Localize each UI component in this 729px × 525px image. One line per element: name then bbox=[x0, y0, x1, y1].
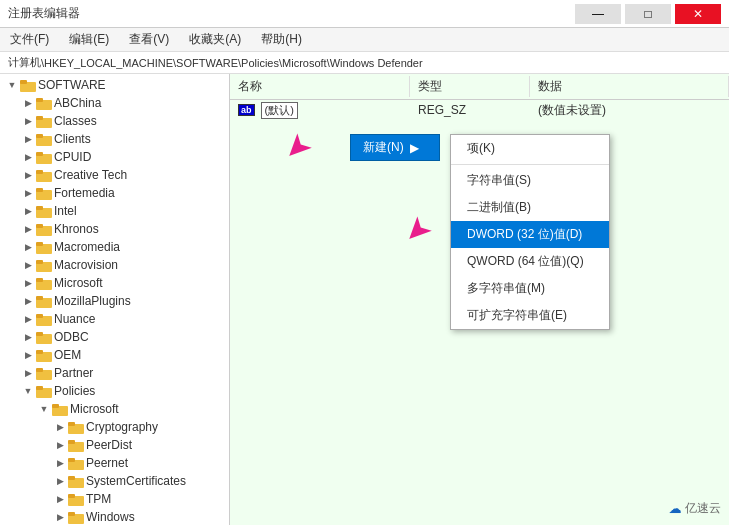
expand-icon[interactable]: ▶ bbox=[20, 131, 36, 147]
expand-icon[interactable]: ▶ bbox=[20, 293, 36, 309]
default-entry: ab (默认) bbox=[238, 102, 402, 119]
tree-item-macrovision[interactable]: ▶ Macrovision bbox=[0, 256, 229, 274]
tree-item-classes[interactable]: ▶ Classes bbox=[0, 112, 229, 130]
new-menu-label: 新建(N) bbox=[363, 139, 404, 156]
new-menu-button[interactable]: 新建(N) ▶ bbox=[350, 134, 440, 161]
tree-item-peernet[interactable]: ▶ Peernet bbox=[0, 454, 229, 472]
tree-item-systemcertificates[interactable]: ▶ SystemCertificates bbox=[0, 472, 229, 490]
tree-label: Microsoft bbox=[70, 402, 119, 416]
folder-icon bbox=[68, 474, 84, 488]
window-controls[interactable]: — □ ✕ bbox=[575, 4, 721, 24]
tree-item-partner[interactable]: ▶ Partner bbox=[0, 364, 229, 382]
expand-icon[interactable]: ▶ bbox=[20, 203, 36, 219]
tree-item-creative-tech[interactable]: ▶ Creative Tech bbox=[0, 166, 229, 184]
svg-rect-1 bbox=[20, 80, 27, 84]
tree-item-software[interactable]: ▼ SOFTWARE bbox=[0, 76, 229, 94]
expand-icon[interactable]: ▶ bbox=[52, 437, 68, 453]
folder-icon bbox=[36, 366, 52, 380]
expand-icon[interactable]: ▶ bbox=[20, 257, 36, 273]
expand-icon[interactable]: ▶ bbox=[20, 365, 36, 381]
expand-icon[interactable]: ▶ bbox=[52, 509, 68, 525]
tree-item-macromedia[interactable]: ▶ Macromedia bbox=[0, 238, 229, 256]
tree-label: Cryptography bbox=[86, 420, 158, 434]
right-panel: 名称 类型 数据 ab (默认) REG_SZ (数值未设置) ➤ ➤ 新建( bbox=[230, 74, 729, 525]
tree-label: Partner bbox=[54, 366, 93, 380]
folder-icon bbox=[68, 456, 84, 470]
menu-help[interactable]: 帮助(H) bbox=[255, 29, 308, 50]
tree-item-nuance[interactable]: ▶ Nuance bbox=[0, 310, 229, 328]
expand-icon[interactable]: ▶ bbox=[20, 239, 36, 255]
expand-icon[interactable]: ▼ bbox=[4, 77, 20, 93]
new-menu-container: 新建(N) ▶ 项(K) 字符串值(S) 二进制值(B) bbox=[350, 134, 440, 161]
folder-icon bbox=[36, 330, 52, 344]
watermark-text: 亿速云 bbox=[685, 500, 721, 517]
svg-rect-45 bbox=[68, 476, 75, 480]
tree-panel[interactable]: ▼ SOFTWARE ▶ ABChina ▶ Classes ▶ bbox=[0, 74, 230, 525]
expand-icon[interactable]: ▶ bbox=[52, 419, 68, 435]
tree-label: OEM bbox=[54, 348, 81, 362]
submenu-item-6[interactable]: 多字符串值(M) bbox=[451, 275, 609, 302]
expand-icon[interactable]: ▶ bbox=[20, 113, 36, 129]
svg-rect-43 bbox=[68, 458, 75, 462]
tree-item-policies-microsoft[interactable]: ▼ Microsoft bbox=[0, 400, 229, 418]
title-text: 注册表编辑器 bbox=[8, 5, 80, 22]
expand-icon[interactable]: ▶ bbox=[20, 95, 36, 111]
submenu-item-4[interactable]: DWORD (32 位)值(D) bbox=[451, 221, 609, 248]
expand-icon[interactable]: ▶ bbox=[20, 311, 36, 327]
tree-item-odbc[interactable]: ▶ ODBC bbox=[0, 328, 229, 346]
submenu-item-7[interactable]: 可扩充字符串值(E) bbox=[451, 302, 609, 329]
menu-file[interactable]: 文件(F) bbox=[4, 29, 55, 50]
menu-bar: 文件(F) 编辑(E) 查看(V) 收藏夹(A) 帮助(H) bbox=[0, 28, 729, 52]
menu-view[interactable]: 查看(V) bbox=[123, 29, 175, 50]
tree-item-cryptography[interactable]: ▶ Cryptography bbox=[0, 418, 229, 436]
expand-icon[interactable]: ▶ bbox=[20, 167, 36, 183]
svg-rect-49 bbox=[68, 512, 75, 516]
expand-icon[interactable]: ▼ bbox=[36, 401, 52, 417]
expand-icon[interactable]: ▶ bbox=[20, 149, 36, 165]
tree-label: TPM bbox=[86, 492, 111, 506]
minimize-button[interactable]: — bbox=[575, 4, 621, 24]
submenu-item-5[interactable]: QWORD (64 位值)(Q) bbox=[451, 248, 609, 275]
expand-icon[interactable]: ▶ bbox=[52, 455, 68, 471]
tree-item-oem[interactable]: ▶ OEM bbox=[0, 346, 229, 364]
expand-icon[interactable]: ▶ bbox=[20, 329, 36, 345]
tree-item-cpuid[interactable]: ▶ CPUID bbox=[0, 148, 229, 166]
expand-icon[interactable]: ▼ bbox=[20, 383, 36, 399]
maximize-button[interactable]: □ bbox=[625, 4, 671, 24]
expand-icon[interactable]: ▶ bbox=[52, 473, 68, 489]
watermark: ☁ 亿速云 bbox=[669, 500, 721, 517]
table-row[interactable]: ab (默认) REG_SZ (数值未设置) bbox=[230, 100, 729, 120]
close-button[interactable]: ✕ bbox=[675, 4, 721, 24]
context-menu: 新建(N) ▶ 项(K) 字符串值(S) 二进制值(B) bbox=[350, 134, 440, 161]
tree-item-policies[interactable]: ▼ Policies bbox=[0, 382, 229, 400]
tree-item-microsoft[interactable]: ▶ Microsoft bbox=[0, 274, 229, 292]
ab-icon: ab bbox=[238, 104, 255, 116]
tree-label: Macrovision bbox=[54, 258, 118, 272]
tree-item-windows[interactable]: ▶ Windows bbox=[0, 508, 229, 525]
menu-edit[interactable]: 编辑(E) bbox=[63, 29, 115, 50]
tree-label: CPUID bbox=[54, 150, 91, 164]
tree-item-mozillaplugins[interactable]: ▶ MozillaPlugins bbox=[0, 292, 229, 310]
folder-icon bbox=[36, 204, 52, 218]
submenu-item-2[interactable]: 字符串值(S) bbox=[451, 167, 609, 194]
expand-icon[interactable]: ▶ bbox=[20, 347, 36, 363]
expand-icon[interactable]: ▶ bbox=[52, 491, 68, 507]
tree-item-fortemedia[interactable]: ▶ Fortemedia bbox=[0, 184, 229, 202]
tree-item-tpm[interactable]: ▶ TPM bbox=[0, 490, 229, 508]
svg-rect-15 bbox=[36, 206, 43, 210]
tree-item-khronos[interactable]: ▶ Khronos bbox=[0, 220, 229, 238]
expand-icon[interactable]: ▶ bbox=[20, 221, 36, 237]
cell-name: ab (默认) bbox=[230, 100, 410, 121]
tree-label: Policies bbox=[54, 384, 95, 398]
tree-item-clients[interactable]: ▶ Clients bbox=[0, 130, 229, 148]
menu-favorites[interactable]: 收藏夹(A) bbox=[183, 29, 247, 50]
expand-icon[interactable]: ▶ bbox=[20, 185, 36, 201]
tree-item-peerdist[interactable]: ▶ PeerDist bbox=[0, 436, 229, 454]
expand-icon[interactable]: ▶ bbox=[20, 275, 36, 291]
tree-item-intel[interactable]: ▶ Intel bbox=[0, 202, 229, 220]
submenu-label: 可扩充字符串值(E) bbox=[467, 308, 567, 322]
folder-icon bbox=[36, 276, 52, 290]
submenu-item-0[interactable]: 项(K) bbox=[451, 135, 609, 162]
tree-item-abchina[interactable]: ▶ ABChina bbox=[0, 94, 229, 112]
submenu-item-3[interactable]: 二进制值(B) bbox=[451, 194, 609, 221]
